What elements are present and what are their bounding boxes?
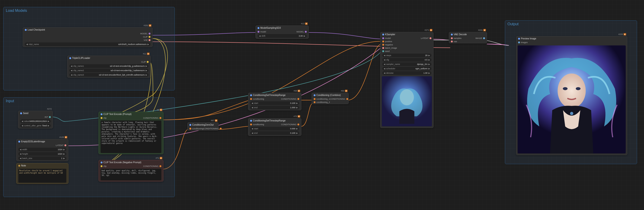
input-clip[interactable] — [100, 117, 102, 119]
clip2-widget[interactable]: ◀clip_name2sd-v3-text-encoder/clip_l.saf… — [69, 68, 148, 72]
output-latent[interactable] — [430, 37, 432, 39]
node-clip-negative[interactable]: #71● CLIP Text Encode (Negative Prompt) … — [98, 160, 164, 182]
svg-point-3 — [558, 74, 586, 108]
output-model[interactable] — [305, 31, 307, 33]
group-title: Load Models — [6, 8, 27, 13]
end-widget[interactable]: ◀end0.100▶ — [250, 131, 299, 135]
start-widget[interactable]: ◀start0.100▶ — [250, 101, 299, 105]
svg-point-5 — [576, 87, 581, 90]
input-latent[interactable] — [382, 47, 384, 49]
node-id: #135● — [60, 136, 67, 138]
output-int[interactable] — [49, 116, 51, 118]
width-widget[interactable]: ◀width1024▶ — [18, 148, 66, 151]
start-widget[interactable]: ◀start0.000▶ — [250, 127, 299, 130]
output-clip[interactable] — [147, 61, 148, 63]
ckpt-name-widget[interactable]: ◀ ckpt_name sdv3/sd3_medium.safetensors … — [25, 42, 150, 46]
input-cond[interactable] — [250, 98, 252, 100]
sampler-widget[interactable]: ◀sampler_namedpmpp_2m▶ — [382, 62, 432, 66]
input-negative[interactable] — [382, 44, 384, 46]
group-title: Output — [508, 22, 518, 26]
preview-output-image — [518, 46, 626, 154]
node-note[interactable]: Note Resolution should be around 1 megap… — [16, 163, 68, 184]
input-images[interactable] — [518, 42, 520, 43]
input-cond[interactable] — [250, 124, 252, 126]
input-seed[interactable] — [382, 50, 384, 52]
node-cond-timestep-1[interactable]: #68● ConditioningSetTimestepRange condit… — [248, 93, 301, 110]
node-id: #252● — [144, 24, 152, 27]
node-clip-prompt[interactable]: #6● CLIP Text Encode (Prompt) clipCONDIT… — [98, 112, 164, 154]
output-cond[interactable] — [298, 98, 299, 100]
node-title-text: Load Checkpoint — [28, 28, 45, 31]
node-cond-timestep-2[interactable]: #70● ConditioningSetTimestepRange condit… — [248, 118, 301, 136]
node-id: #11● — [143, 52, 150, 55]
seed-value-widget[interactable]: ◀value845512652412924▶ — [20, 119, 51, 123]
node-preview-image[interactable]: #233● Preview Image images — [516, 36, 627, 155]
svg-point-6 — [570, 112, 573, 115]
cfg-widget[interactable]: ◀cfg4.5▶ — [382, 58, 432, 62]
node-ksampler[interactable]: #271● KSampler modelLATENT positive nega… — [380, 32, 434, 128]
input-clip[interactable] — [100, 165, 102, 167]
clip3-widget[interactable]: ◀clip_name3sd-v3-text-encoder/t5xxl_fp8_… — [69, 73, 148, 77]
arrow-right-icon[interactable]: ▶ — [147, 43, 150, 46]
output-cond[interactable] — [346, 98, 348, 100]
node-id: #68● — [294, 90, 300, 92]
output-model[interactable] — [148, 33, 150, 34]
batch-widget[interactable]: ◀batch_size1▶ — [18, 156, 66, 160]
node-id: #272 — [47, 108, 52, 110]
output-cond[interactable] — [220, 128, 222, 130]
seed-cag-widget[interactable]: ◀control_after_genefixed▶ — [20, 124, 51, 128]
negative-text[interactable]: bad quality, poor quality, doll, disfigu… — [100, 169, 161, 180]
input-model[interactable] — [382, 37, 384, 39]
height-widget[interactable]: ◀height1024▶ — [18, 152, 66, 156]
node-id: #67● — [211, 119, 218, 122]
node-id: #70● — [294, 115, 300, 118]
output-cond[interactable] — [298, 124, 299, 126]
scheduler-widget[interactable]: ◀schedulersgm_uniform▶ — [382, 67, 432, 70]
group-load-models[interactable]: Load Models — [3, 7, 175, 90]
node-id: #71● — [156, 157, 162, 159]
node-id: #6● — [157, 109, 162, 111]
input-model[interactable] — [258, 31, 260, 33]
output-latent[interactable] — [64, 144, 66, 146]
node-triple-clip-loader[interactable]: #11● TripleCLIPLoader CLIP ◀clip_name1sd… — [67, 56, 151, 78]
node-seed[interactable]: #272 Seed INT ◀value845512652412924▶ ◀co… — [18, 111, 53, 128]
node-model-sampling[interactable]: #13● ModelSamplingSD3 modelMODEL ◀shift3… — [256, 26, 309, 39]
input-cond[interactable] — [190, 128, 191, 130]
prompt-text[interactable]: a female character with long, flowing ha… — [100, 120, 161, 153]
input-cond2[interactable] — [314, 101, 316, 103]
output-conditioning[interactable] — [160, 117, 161, 119]
node-load-checkpoint[interactable]: #252● Load Checkpoint MODEL CLIP VAE ◀ c… — [23, 27, 152, 47]
node-id: #233● — [618, 33, 626, 36]
node-empty-latent[interactable]: #135● EmptySD3LatentImage LATENT ◀width1… — [16, 139, 68, 161]
steps-widget[interactable]: ◀steps28▶ — [382, 54, 432, 57]
node-vae-decode[interactable]: #231● VAE Decode samplesIMAGE vae — [449, 32, 487, 43]
end-widget[interactable]: ◀end1.000▶ — [250, 106, 299, 110]
input-cond1[interactable] — [314, 98, 316, 100]
node-id: #69● — [341, 90, 348, 92]
output-image[interactable] — [483, 37, 485, 39]
svg-point-4 — [563, 87, 568, 90]
node-id: #13● — [301, 22, 308, 25]
node-cond-combine[interactable]: #69● Conditioning (Combine) conditioning… — [312, 93, 349, 104]
output-conditioning[interactable] — [160, 165, 161, 167]
denoise-widget[interactable]: ◀denoise1.00▶ — [382, 71, 432, 75]
node-id: #231● — [478, 29, 486, 31]
group-title: Input — [6, 99, 14, 103]
arrow-left-icon[interactable]: ◀ — [26, 43, 28, 46]
ksampler-preview — [382, 76, 432, 126]
node-id: #271● — [425, 29, 432, 31]
node-cond-zero-out[interactable]: #67● ConditioningZeroOut conditioningCON… — [187, 122, 218, 130]
input-samples[interactable] — [451, 37, 453, 39]
output-vae[interactable] — [148, 39, 150, 41]
shift-widget[interactable]: ◀shift3.00▶ — [258, 34, 307, 38]
note-text: Resolution should be around 1 megapixel … — [18, 169, 66, 183]
input-positive[interactable] — [382, 40, 384, 42]
clip1-widget[interactable]: ◀clip_name1sd-v3-text-encoder/clip_g.saf… — [69, 64, 148, 68]
output-clip[interactable] — [148, 36, 150, 38]
input-vae[interactable] — [451, 40, 453, 42]
